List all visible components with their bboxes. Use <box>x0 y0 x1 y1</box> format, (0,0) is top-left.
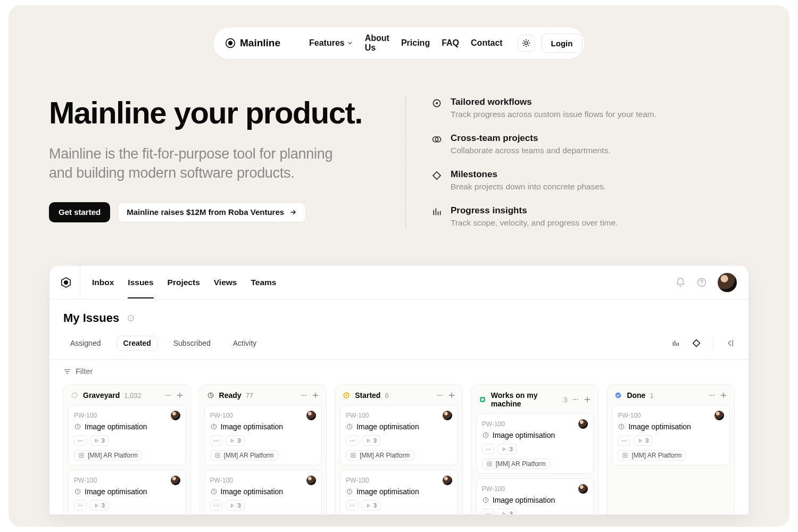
app-tab-projects[interactable]: Projects <box>168 266 200 298</box>
subissues-chip[interactable]: 3 <box>497 444 516 454</box>
get-started-button[interactable]: Get started <box>49 202 110 222</box>
more-chip[interactable]: ··· <box>74 435 87 446</box>
nav-about[interactable]: About Us <box>365 34 389 53</box>
subissues-chip[interactable]: 3 <box>226 500 244 511</box>
nav-pricing[interactable]: Pricing <box>401 38 430 48</box>
assignee-avatar[interactable] <box>443 476 452 485</box>
plus-icon[interactable] <box>176 391 184 400</box>
assignee-avatar[interactable] <box>171 411 180 420</box>
svg-point-26 <box>170 395 171 396</box>
clock-icon <box>346 423 353 430</box>
issue-card[interactable]: PW-100 Image optimisation ··· 3 [MM] AR … <box>204 470 322 515</box>
app-tab-inbox[interactable]: Inbox <box>92 266 114 298</box>
subissues-chip[interactable]: 3 <box>362 435 380 446</box>
subissues-chip[interactable]: 3 <box>90 500 109 511</box>
more-chip[interactable]: ··· <box>210 435 223 446</box>
app-tab-teams[interactable]: Teams <box>251 266 276 298</box>
svg-rect-55 <box>481 398 484 401</box>
issue-id: PW-100 <box>74 412 97 419</box>
issue-card[interactable]: PW-100 Image optimisation ··· 3 [MM] AR … <box>204 405 322 466</box>
brand-logo-icon <box>225 38 236 48</box>
project-chip[interactable]: [MM] AR Platform <box>210 450 278 461</box>
collapse-right-icon[interactable] <box>725 338 735 348</box>
diamond-icon[interactable] <box>692 338 701 348</box>
app-tab-issues[interactable]: Issues <box>128 266 153 298</box>
subissues-chip[interactable]: 3 <box>226 435 244 446</box>
announcement-button[interactable]: Mainline raises $12M from Roba Ventures <box>118 202 306 222</box>
brand[interactable]: Mainline <box>225 37 280 49</box>
subtab-subscribed[interactable]: Subscribed <box>167 336 218 351</box>
more-chip[interactable]: ··· <box>618 435 630 446</box>
project-chip[interactable]: [MM] AR Platform <box>74 450 142 461</box>
assignee-avatar[interactable] <box>578 484 588 494</box>
subissues-chip[interactable]: 3 <box>90 435 109 446</box>
chart-icon[interactable] <box>671 339 680 347</box>
info-circle-icon[interactable] <box>127 314 135 322</box>
issue-card[interactable]: PW-100 Image optimisation ··· 3 [MM] AR … <box>476 478 594 515</box>
subissues-chip[interactable]: 3 <box>634 435 652 446</box>
more-icon[interactable] <box>571 395 580 404</box>
project-chip[interactable]: [MM] AR Platform <box>482 459 550 469</box>
nav-links: Features About Us Pricing FAQ Contact <box>309 34 503 53</box>
more-chip[interactable]: ··· <box>482 444 495 454</box>
feature-title: Progress insights <box>451 205 618 216</box>
subtab-created[interactable]: Created <box>117 336 158 351</box>
clock-icon <box>482 431 489 439</box>
app-logo[interactable] <box>49 265 80 299</box>
assignee-avatar[interactable] <box>443 411 452 420</box>
clock-icon <box>482 496 489 504</box>
nav-features[interactable]: Features <box>309 38 353 48</box>
assignee-avatar[interactable] <box>171 476 180 485</box>
assignee-avatar[interactable] <box>714 411 724 420</box>
plus-icon[interactable] <box>311 391 320 400</box>
subtab-activity[interactable]: Activity <box>226 336 263 351</box>
subissues-chip[interactable]: 3 <box>362 500 380 511</box>
assignee-avatar[interactable] <box>578 419 588 429</box>
user-avatar[interactable] <box>718 273 737 292</box>
more-chip[interactable]: ··· <box>346 435 359 446</box>
column-count: 1 <box>650 392 653 400</box>
issue-card[interactable]: PW-100 Image optimisation ··· 3 [MM] AR … <box>340 405 458 466</box>
plus-icon[interactable] <box>583 395 592 404</box>
app-tab-views[interactable]: Views <box>214 266 237 298</box>
svg-point-36 <box>305 395 306 396</box>
project-chip[interactable]: [MM] AR Platform <box>346 450 414 461</box>
status-done-icon <box>614 391 622 400</box>
more-icon[interactable] <box>164 391 172 400</box>
subissues-chip[interactable]: 3 <box>497 509 516 515</box>
svg-rect-28 <box>79 453 84 458</box>
login-button[interactable]: Login <box>541 34 583 53</box>
bell-icon[interactable] <box>675 277 686 288</box>
issue-card[interactable]: PW-100 Image optimisation ··· 3 [MM] AR … <box>68 405 186 466</box>
more-icon[interactable] <box>436 391 444 400</box>
issue-card[interactable]: PW-100 Image optimisation ··· 3 [MM] AR … <box>68 470 186 515</box>
subtab-assigned[interactable]: Assigned <box>63 336 108 351</box>
more-chip[interactable]: ··· <box>210 500 223 511</box>
filter-button[interactable]: Filter <box>63 360 735 384</box>
plus-icon[interactable] <box>719 391 728 400</box>
feature-item: Progress insights Track scope, velocity,… <box>431 205 749 228</box>
column-done: Done 1 PW-100 Image optimisation ··· 3 [… <box>607 384 735 515</box>
more-icon[interactable] <box>300 391 308 400</box>
assignee-avatar[interactable] <box>306 476 316 485</box>
issue-title: Image optimisation <box>628 422 691 431</box>
issue-card[interactable]: PW-100 Image optimisation ··· 3 [MM] AR … <box>476 413 594 474</box>
nav-contact[interactable]: Contact <box>471 38 503 48</box>
svg-point-12 <box>436 102 438 104</box>
assignee-avatar[interactable] <box>306 411 316 420</box>
column-count: 77 <box>246 392 253 400</box>
issue-title: Image optimisation <box>85 487 147 496</box>
issue-card[interactable]: PW-100 Image optimisation ··· 3 [MM] AR … <box>340 470 458 515</box>
more-chip[interactable]: ··· <box>346 500 359 511</box>
nav-faq[interactable]: FAQ <box>442 38 459 48</box>
more-chip[interactable]: ··· <box>74 500 87 511</box>
more-chip[interactable]: ··· <box>482 509 495 515</box>
help-icon[interactable] <box>696 277 707 288</box>
more-icon[interactable] <box>708 391 716 400</box>
plus-icon[interactable] <box>447 391 456 400</box>
project-chip[interactable]: [MM] AR Platform <box>618 450 686 461</box>
issue-card[interactable]: PW-100 Image optimisation ··· 3 [MM] AR … <box>612 405 730 466</box>
svg-point-29 <box>81 455 82 456</box>
svg-point-50 <box>353 455 354 456</box>
theme-toggle-button[interactable] <box>518 35 535 52</box>
